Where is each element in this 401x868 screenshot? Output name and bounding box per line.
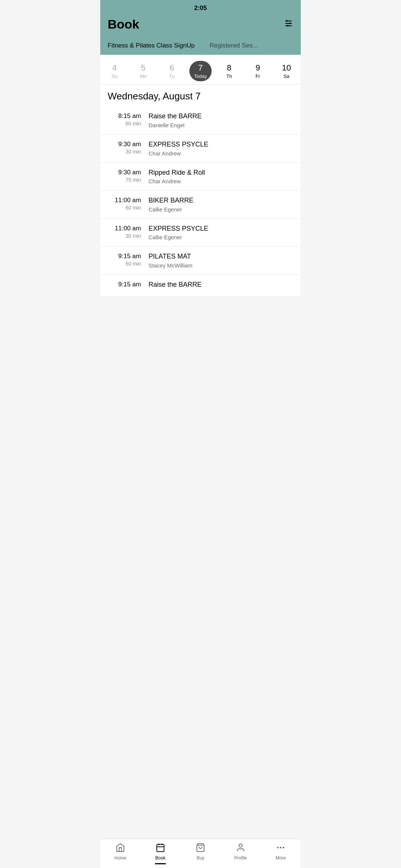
tab-registered-sessions[interactable]: Registered Ses... bbox=[202, 37, 265, 55]
class-time: 11:00 am 30 min bbox=[108, 225, 149, 239]
day-label: Su bbox=[112, 73, 118, 79]
calendar-day-7-today[interactable]: 7 Today bbox=[189, 61, 212, 81]
day-label: Sa bbox=[283, 73, 289, 79]
filter-icon[interactable] bbox=[284, 19, 293, 30]
calendar-day-10[interactable]: 10 Sa bbox=[275, 61, 297, 81]
list-item[interactable]: 9:30 am 75 min Ripped Ride & Roll Char A… bbox=[100, 163, 301, 191]
list-item[interactable]: 11:00 am 60 min BIKER BARRE Callie Egene… bbox=[100, 191, 301, 219]
day-label: Th bbox=[226, 73, 232, 79]
day-label: Today bbox=[194, 73, 207, 79]
class-info: EXPRESS PSYCLE Callie Egener bbox=[149, 225, 293, 241]
class-time: 9:30 am 75 min bbox=[108, 169, 149, 183]
calendar-strip: 4 Su 5 Mo 6 Tu 7 Today 8 Th 9 Fr 10 Sa bbox=[100, 55, 301, 85]
svg-point-5 bbox=[287, 25, 288, 26]
status-bar: 2:05 bbox=[100, 0, 301, 13]
day-number: 8 bbox=[227, 63, 231, 73]
page-title: Book bbox=[108, 17, 139, 32]
list-item[interactable]: 8:15 am 60 min Raise the BARRE Danielle … bbox=[100, 106, 301, 135]
tab-class-signup[interactable]: Fitness & Pilates Class SignUp bbox=[100, 37, 202, 55]
day-number: 6 bbox=[170, 63, 174, 73]
day-number: 5 bbox=[141, 63, 146, 73]
calendar-day-5[interactable]: 5 Mo bbox=[132, 61, 154, 81]
class-time: 8:15 am 60 min bbox=[108, 112, 149, 126]
classes-list: 8:15 am 60 min Raise the BARRE Danielle … bbox=[100, 106, 301, 296]
class-info: Ripped Ride & Roll Char Andrew bbox=[149, 169, 293, 185]
status-time: 2:05 bbox=[194, 4, 207, 11]
calendar-day-4[interactable]: 4 Su bbox=[104, 61, 126, 81]
day-number: 4 bbox=[112, 63, 117, 73]
calendar-day-6[interactable]: 6 Tu bbox=[161, 61, 183, 81]
list-item[interactable]: 9:30 am 30 min EXPRESS PSYCLE Char Andre… bbox=[100, 135, 301, 163]
day-number: 10 bbox=[282, 63, 291, 73]
calendar-day-9[interactable]: 9 Fr bbox=[247, 61, 269, 81]
class-info: EXPRESS PSYCLE Char Andrew bbox=[149, 141, 293, 157]
day-label: Tu bbox=[169, 73, 175, 79]
day-label: Mo bbox=[140, 73, 147, 79]
list-item[interactable]: 9:15 am Raise the BARRE bbox=[100, 275, 301, 297]
class-info: PILATES MAT Stacey McWilliam bbox=[149, 253, 293, 269]
svg-point-4 bbox=[289, 22, 291, 24]
class-time: 9:15 am 50 min bbox=[108, 253, 149, 267]
calendar-day-8[interactable]: 8 Th bbox=[218, 61, 240, 81]
list-item[interactable]: 9:15 am 50 min PILATES MAT Stacey McWill… bbox=[100, 247, 301, 275]
class-time: 9:15 am bbox=[108, 281, 149, 289]
class-info: Raise the BARRE bbox=[149, 281, 293, 290]
class-info: Raise the BARRE Danielle Engel bbox=[149, 112, 293, 128]
list-item[interactable]: 11:00 am 30 min EXPRESS PSYCLE Callie Eg… bbox=[100, 219, 301, 247]
svg-point-3 bbox=[286, 20, 288, 22]
day-label: Fr bbox=[255, 73, 260, 79]
date-heading: Wednesday, August 7 bbox=[100, 85, 301, 106]
day-number: 9 bbox=[255, 63, 260, 73]
class-info: BIKER BARRE Callie Egener bbox=[149, 197, 293, 213]
class-time: 11:00 am 60 min bbox=[108, 197, 149, 211]
day-number: 7 bbox=[198, 63, 203, 73]
class-time: 9:30 am 30 min bbox=[108, 141, 149, 155]
header: Book bbox=[100, 13, 301, 37]
tabs-bar: Fitness & Pilates Class SignUp Registere… bbox=[100, 37, 301, 55]
